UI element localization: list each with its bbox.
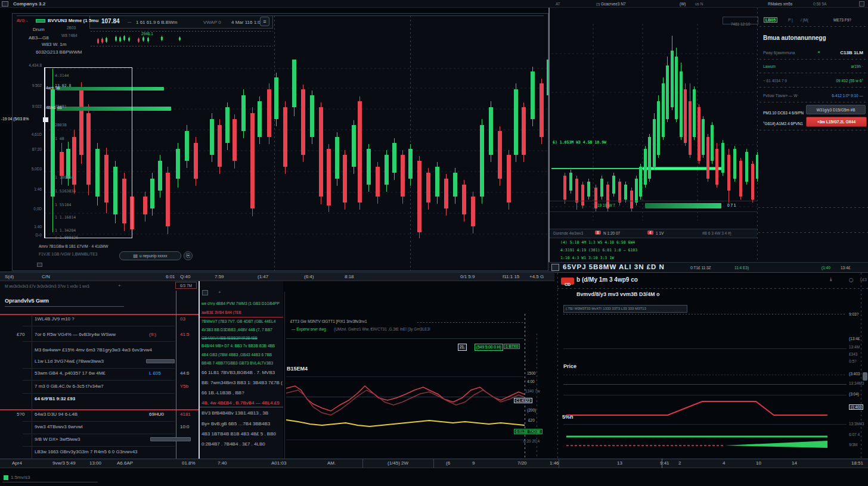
bm-axis-label: £20 [528,418,535,422]
order-panel [758,8,868,262]
dots-menu-icon[interactable]: ≡ [818,50,820,54]
bm-axis-label: (200) [527,408,536,412]
bm-axis-label: 4:00 [527,379,535,384]
annotation-line1: Amrv 7B1GBw B 1B1 £7V/M · 4 41£MW [39,244,108,248]
weight-division-button[interactable]: W31g/y3 D15/G5m #B [806,105,866,114]
br-axis-label: 9:03? [849,312,858,316]
progress-right-label: 0 7 1 [727,203,736,207]
circle-icon[interactable]: ◯ [849,278,853,282]
br-axis-label: (3:04) [849,392,859,396]
selection-rectangle[interactable] [44,67,132,238]
annotation-line2: F1VJE 1GB /VGW 1,BWMBL/TE3 [39,252,97,256]
price-marker-label: -19 04 (5/03 8% [1,117,29,121]
position-badge[interactable]: LB05 [764,17,777,23]
volume-readout: 6) 1.053M W3 4.5B 10.9W [553,141,606,145]
avg-badge[interactable]: AVG→ [17,18,29,23]
button-label: «3m L15/G7.2L OX44 [817,120,855,124]
br-title-badge: CD [561,278,574,285]
br-tab-labels: (.TE/ M3M3T33 MvXT/ 1333 33T3 L33 333 M3… [564,306,687,312]
scrollbar-thumb[interactable] [863,372,867,381]
status-label[interactable]: 1:5mv/s3 [11,475,30,480]
mini-green-badge [36,19,45,23]
report-icon[interactable]: ≡ [260,17,269,26]
dom-header-strip [550,229,757,238]
oscillator-line-chart[interactable] [286,313,526,459]
time-axis-bar [0,459,868,468]
br-axis-label: 13:4M [849,345,860,349]
trading-terminal: Companys 3.2 AT◳ Gcacrvee3 N7(W)us NRMak… [0,0,868,486]
br-axis-label: 0:5? [849,359,857,363]
order-panel-title: Bmua autonanunnegg [763,35,826,42]
bm-axis-label: 1500 [527,371,535,375]
order-row-label: Pvllow Tlavw» — W· [763,94,798,98]
order-row-value: 6-412 1:0* 9:10 — [832,94,863,98]
pill-button-label: u nepunip xxxxx [140,254,168,258]
br-panel-title: b (d/My 1m 3 4wp9 co [576,276,638,284]
sell-limit-button[interactable]: «3m L15/G7.2L OX44 [806,117,867,127]
grid-icon[interactable] [202,290,208,295]
order-row-value: ar19h · [851,64,863,68]
br-axis-label: (3:403 [849,372,860,376]
br-axis-label: 9/3M [849,443,857,447]
payoff-line-chart[interactable] [563,313,848,459]
br-axis-label: £343 [849,352,857,356]
progress-left-label: 19 10-W 7 [597,203,615,207]
order-row-label: PM3.10 DC63 4 6/9/PN [763,111,804,115]
copy-icon[interactable]: ⎘ [184,251,193,260]
watchlist-panel [0,281,199,459]
section-title: Oprandvlv5 Gwm [5,298,49,304]
app-icon[interactable] [2,1,8,7]
volume-progress-bar [645,203,721,208]
ratio-badge: 6/3 7M [175,282,197,289]
download-icon[interactable]: ⤓ [830,276,832,282]
button-label: W31g/y3 D15/G5m #B [816,108,855,112]
window-title: Companys 3.2 [13,1,45,7]
plus-icon[interactable]: + [118,283,121,288]
order-row-label: Lawum [763,64,776,68]
mini-sparkline-chart[interactable] [92,31,271,46]
br-axis-label: (13:4£ [849,337,860,341]
br-subtitle: Bvmvd/8/y3 mv3 vvm3B D3/4M o [576,291,660,297]
order-row-value: 09 #32 (55 w 6° [836,79,863,83]
strategy-pill-button[interactable]: ▤ u nepunip xxxxx [119,251,181,260]
trades-panel [200,281,283,459]
chart-toolbar [89,15,273,29]
br-tab-strip[interactable]: (.TE/ M3M3T33 MvXT/ 1333 33T3 L33 333 M3… [563,305,687,313]
bm-axis-label: 1340 7w [525,389,540,393]
table-subheader: M wv3v3v3v3 £7v 3v3v3v3rv3 37vv 1 vv3v 1… [5,284,89,288]
ratio-badge-label: 6/3 7M [180,284,192,288]
bm-axis-label: 6:20 20:4 [523,439,540,443]
order-row-label: ~ 61 4034 7 9 [763,79,787,83]
window-titlebar [0,0,868,8]
order-row-label: °G61#) A1M2.4 6PVN1 [763,122,803,126]
candlestick-chart-secondary[interactable] [551,24,758,220]
price-marker-box [43,117,48,122]
chart-title: BVVUN3 Meme (1 5mu [48,18,98,23]
times-header [0,272,554,281]
br-badge-label: CD [565,282,571,286]
settings-icon[interactable] [859,1,864,7]
status-green-icon[interactable] [4,475,8,480]
order-row-label: Pway 6(awmmuna [763,51,795,55]
br-axis-label: 13:34M3 [849,381,864,385]
order-row-value: C13B 1LM [840,50,863,55]
taskbar [0,468,868,486]
br-axis-label: 13:3M43 [849,422,864,426]
list-icon: ▤ [133,253,138,258]
br-axis-label: 6:07 4 [849,432,860,437]
add-icon[interactable]: + [218,289,221,295]
instrument-icon[interactable] [551,264,559,271]
tag-label[interactable]: L£3 [860,278,867,282]
lock-icon[interactable] [37,263,42,267]
instrument-name[interactable]: 65VPJ 5B8MW ALI 3N £D N [563,263,665,271]
